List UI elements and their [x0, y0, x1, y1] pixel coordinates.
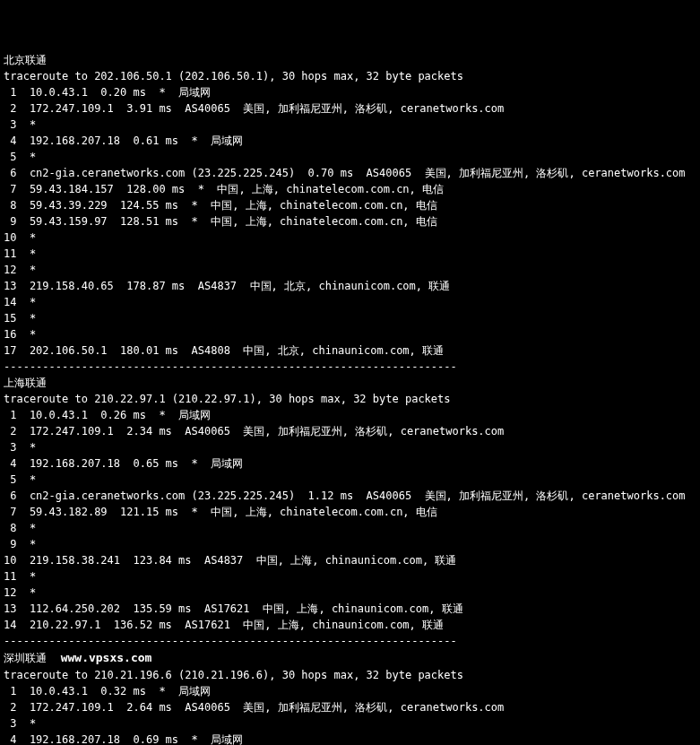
traceroute-hop: 11 * — [4, 246, 696, 262]
traceroute-hop: 4 192.168.207.18 0.61 ms * 局域网 — [4, 133, 696, 149]
traceroute-hop: 9 59.43.159.97 128.51 ms * 中国, 上海, china… — [4, 213, 696, 230]
section-title-line: 深圳联通 www.vpsxs.com — [4, 649, 696, 667]
traceroute-hop: 1 10.0.43.1 0.32 ms * 局域网 — [4, 683, 696, 699]
traceroute-hop: 13 112.64.250.202 135.59 ms AS17621 中国, … — [4, 601, 696, 617]
traceroute-hop: 7 59.43.184.157 128.00 ms * 中国, 上海, chin… — [4, 181, 696, 197]
section-title: 深圳联通 — [4, 652, 47, 664]
traceroute-header: traceroute to 202.106.50.1 (202.106.50.1… — [4, 68, 696, 84]
traceroute-hop: 17 202.106.50.1 180.01 ms AS4808 中国, 北京,… — [4, 342, 696, 359]
traceroute-hop: 3 * — [4, 117, 696, 133]
traceroute-hop: 6 cn2-gia.ceranetworks.com (23.225.225.2… — [4, 165, 696, 181]
section-title-line: 上海联通 — [4, 375, 696, 391]
traceroute-hop: 9 * — [4, 536, 696, 552]
traceroute-hop: 5 * — [4, 472, 696, 488]
divider-line: ----------------------------------------… — [4, 359, 696, 375]
section-title: 北京联通 — [4, 54, 47, 66]
traceroute-hop: 14 * — [4, 294, 696, 310]
traceroute-hop: 15 * — [4, 310, 696, 326]
traceroute-hop: 4 192.168.207.18 0.65 ms * 局域网 — [4, 455, 696, 472]
traceroute-hop: 6 cn2-gia.ceranetworks.com (23.225.225.2… — [4, 488, 696, 504]
traceroute-header: traceroute to 210.21.196.6 (210.21.196.6… — [4, 667, 696, 683]
traceroute-hop: 8 * — [4, 520, 696, 536]
traceroute-hop: 14 210.22.97.1 136.52 ms AS17621 中国, 上海,… — [4, 617, 696, 633]
traceroute-hop: 2 172.247.109.1 2.64 ms AS40065 美国, 加利福尼… — [4, 699, 696, 715]
traceroute-hop: 13 219.158.40.65 178.87 ms AS4837 中国, 北京… — [4, 278, 696, 294]
traceroute-hop: 2 172.247.109.1 2.34 ms AS40065 美国, 加利福尼… — [4, 423, 696, 439]
traceroute-hop: 12 * — [4, 585, 696, 601]
traceroute-header: traceroute to 210.22.97.1 (210.22.97.1),… — [4, 391, 696, 407]
section-title: 上海联通 — [4, 377, 47, 389]
traceroute-hop: 1 10.0.43.1 0.20 ms * 局域网 — [4, 84, 696, 100]
section-title-line: 北京联通 — [4, 52, 696, 68]
traceroute-hop: 16 * — [4, 326, 696, 342]
traceroute-hop: 10 219.158.38.241 123.84 ms AS4837 中国, 上… — [4, 552, 696, 568]
traceroute-hop: 8 59.43.39.229 124.55 ms * 中国, 上海, china… — [4, 197, 696, 213]
terminal-output: 北京联通traceroute to 202.106.50.1 (202.106.… — [4, 52, 696, 745]
traceroute-hop: 1 10.0.43.1 0.26 ms * 局域网 — [4, 407, 696, 423]
traceroute-hop: 7 59.43.182.89 121.15 ms * 中国, 上海, china… — [4, 504, 696, 520]
traceroute-hop: 10 * — [4, 230, 696, 246]
traceroute-hop: 12 * — [4, 262, 696, 278]
traceroute-hop: 11 * — [4, 568, 696, 585]
traceroute-hop: 4 192.168.207.18 0.69 ms * 局域网 — [4, 732, 696, 746]
traceroute-hop: 5 * — [4, 149, 696, 165]
divider-line: ----------------------------------------… — [4, 633, 696, 649]
traceroute-hop: 3 * — [4, 715, 696, 732]
traceroute-hop: 2 172.247.109.1 3.91 ms AS40065 美国, 加利福尼… — [4, 100, 696, 117]
traceroute-hop: 3 * — [4, 439, 696, 455]
watermark: www.vpsxs.com — [47, 651, 151, 664]
